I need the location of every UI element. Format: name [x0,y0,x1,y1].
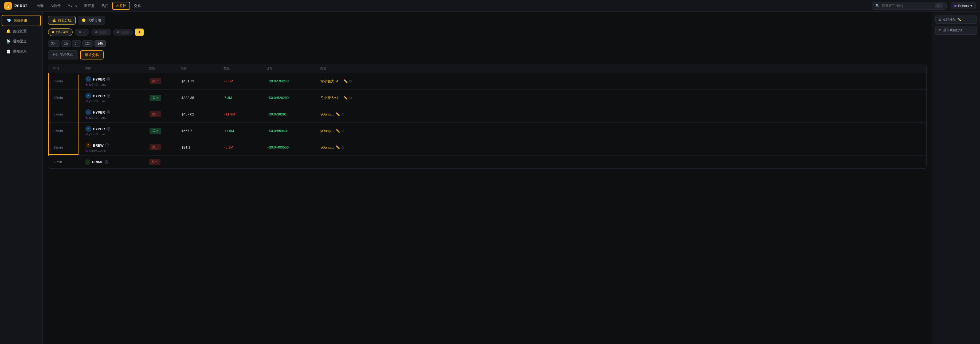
type-badge: 买入 [150,95,161,101]
cell-qty: 7.3M [224,96,267,100]
wallet-name: yOung… [320,129,334,133]
sidebar-item-3[interactable]: 📋通知消息 [2,46,41,57]
time-btn-6h[interactable]: 6h [72,40,81,47]
type-badge: 卖出 [150,144,161,151]
top-nav: 🔥 Debot 自选AI信号Meme新开盘热门AI监控交易 🔍 ⌘K Solan… [0,0,980,12]
group-chip-4[interactable] [113,29,133,35]
addr-icon: ◎ [86,82,88,86]
cell-qty: 11.9M [224,129,267,133]
main-content: 💰 钱包分组 🪙 代币分组 默认分组 ··· [43,12,932,344]
cell-wallet: yOung…✏️⧉ [320,129,922,133]
group-chip-default[interactable]: 默认分组 [48,28,73,36]
nav-item-AI监控[interactable]: AI监控 [112,2,130,10]
wallet-edit-icon[interactable]: ✏️ [344,79,348,83]
coin-info-icon[interactable]: ⓘ [105,160,108,164]
sidebar-label-2: 通知渠道 [13,39,27,44]
coin-logo: H [86,76,91,82]
solana-badge[interactable]: Solana ▾ [951,2,976,10]
coin-logo: H [86,126,91,132]
type-badge: 卖出 [150,111,161,117]
th-coin: 币种 [85,66,149,71]
cell-price: +$0.0₅559431 [267,129,320,133]
group-dot-4 [117,31,119,33]
show-watch-wallet-button[interactable]: 👁 显示观察的钱 [935,26,977,35]
sidebar-item-1[interactable]: 🔔监控配置 [2,26,41,36]
cell-time: 39min [52,160,85,164]
edit-icon[interactable]: ✏️ [957,17,961,21]
cell-type: 卖出 [149,159,181,165]
coin-info-icon[interactable]: ⓘ [107,110,110,114]
th-amount: 总额 [181,66,223,71]
time-btn-24h[interactable]: 24h [94,40,106,47]
sidebar-item-0[interactable]: 💎观察分组 [2,15,41,26]
wallet-edit-icon[interactable]: ✏️ [336,129,340,133]
nav-item-AI信号[interactable]: AI信号 [47,2,64,10]
cell-amount: $21.1 [181,145,224,149]
group-chip-label-3 [99,31,107,34]
time-btn-30m[interactable]: 30m [48,40,60,47]
sidebar-item-2[interactable]: 📡通知渠道 [2,36,41,46]
time-filter-row: 30m 1h 6h 12h 24h [48,40,927,47]
sidebar-icon-3: 📋 [6,49,11,54]
select-group-button[interactable]: ☰ 选择分组 ✏️ [935,15,977,24]
coin-info-icon[interactable]: ⓘ [107,127,110,131]
select-group-label: 选择分组 [943,17,956,22]
coin-name-text: PRIME [92,160,103,164]
add-group-button[interactable]: + [135,29,144,36]
table-row: 38minBBREWⓘ◎CfczV…ump卖出$21.1-5.3M+$0.0₄4… [48,139,926,156]
wallet-name: yOung… [320,145,334,149]
type-badge: 卖出 [150,78,161,84]
solana-icon [955,5,956,7]
wallet-copy-icon[interactable]: ⧉ [342,145,344,150]
tab-recent-trade[interactable]: 最近交易 [80,51,103,59]
nav-item-热门[interactable]: 热门 [98,2,111,10]
wallet-edit-icon[interactable]: ✏️ [344,96,348,100]
tab-token-label: 代币分组 [88,18,101,23]
coin-name: HHYPERⓘ [86,126,150,132]
wallet-copy-icon[interactable]: ⧉ [349,96,352,100]
wallet-name: 亏小赚大=4… [320,79,342,84]
coin-info-icon[interactable]: ⓘ [107,94,110,98]
coin-logo: B [86,143,91,148]
cell-wallet: 亏小赚大=4…✏️⧉ [320,79,922,84]
content-tabs-row: 分组交易代币 最近交易 [48,51,927,59]
group-chip-2[interactable]: ··· [75,29,89,36]
wallet-edit-icon[interactable]: ✏️ [336,145,340,149]
tab-wallet-group[interactable]: 💰 钱包分组 [48,16,76,25]
cell-wallet: yOung…✏️⧉ [320,112,922,117]
sidebar: 💎观察分组🔔监控配置📡通知渠道📋通知消息 [0,12,43,344]
nav-item-交易[interactable]: 交易 [130,2,144,10]
time-btn-12h[interactable]: 12h [82,40,94,47]
cell-wallet: yOung…✏️⧉ [320,145,922,150]
table-header: 时间 币种 类型 总额 数量 价格 钱包 [48,64,926,73]
wallet-copy-icon[interactable]: ⧉ [342,112,344,117]
list-icon: ☰ [939,17,941,21]
coin-info-icon[interactable]: ⓘ [107,77,110,81]
coin-name: PPRIMEⓘ [85,159,149,165]
time-btn-1h[interactable]: 1h [61,40,70,47]
wallet-copy-icon[interactable]: ⧉ [349,79,352,84]
search-bar[interactable]: 🔍 ⌘K [872,2,947,10]
nav-item-Meme[interactable]: Meme [64,2,80,10]
wallet-edit-icon[interactable]: ✏️ [336,112,340,116]
cell-time: 38min [53,145,86,149]
tab-group-trade-token[interactable]: 分组交易代币 [48,51,78,59]
search-input[interactable] [882,4,933,8]
sidebar-icon-0: 💎 [6,18,11,23]
group-chip-label: 默认分组 [56,30,68,34]
wallet-copy-icon[interactable]: ⧉ [342,129,344,133]
sidebar-label-3: 通知消息 [13,49,27,54]
nav-item-自选[interactable]: 自选 [33,2,47,10]
sidebar-icon-1: 🔔 [6,29,11,33]
cell-type: 卖出 [150,78,181,84]
tab-token-group[interactable]: 🪙 代币分组 [78,16,105,25]
group-chip-label-2: ··· [83,30,85,34]
nav-item-新开盘[interactable]: 新开盘 [81,2,98,10]
coin-info-icon[interactable]: ⓘ [105,143,109,147]
coin-addr: ◎jcGm3…ump [86,116,150,119]
type-badge: 买入 [150,128,161,134]
th-qty: 数量 [223,66,266,71]
cell-price: +$0.0₅38291 [267,112,320,116]
logo: 🔥 Debot [4,2,27,10]
group-chip-3[interactable] [91,29,111,35]
